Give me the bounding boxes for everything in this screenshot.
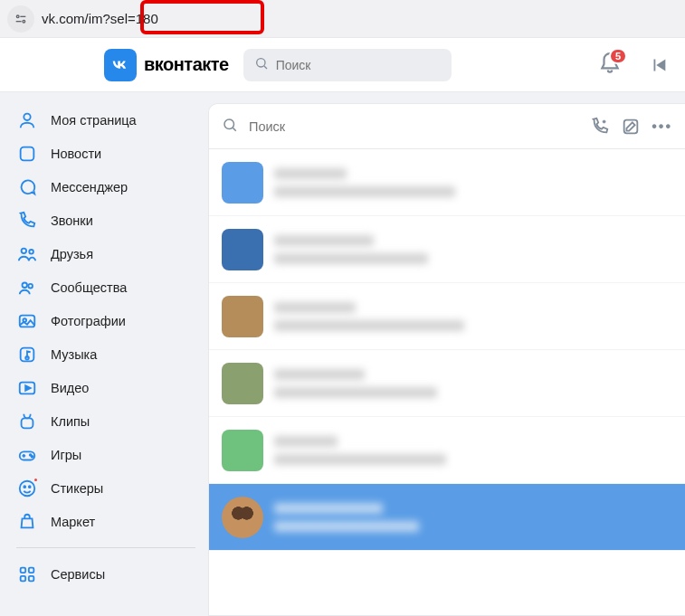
chat-item[interactable]: [209, 417, 685, 484]
avatar: [222, 296, 263, 337]
notifications-button[interactable]: 5: [598, 52, 622, 79]
vk-logo-icon: [104, 49, 137, 81]
sidebar-item-stickers[interactable]: Стикеры: [16, 471, 208, 505]
music-icon: [16, 344, 38, 365]
svg-point-2: [23, 20, 25, 23]
sidebar-item-services[interactable]: Сервисы: [16, 557, 208, 591]
svg-rect-25: [21, 575, 26, 581]
vk-header: вконтакте 5: [0, 38, 685, 92]
svg-point-4: [256, 58, 264, 66]
sidebar-item-photos[interactable]: Фотографии: [16, 304, 208, 337]
sidebar-item-games[interactable]: Игры: [16, 438, 208, 471]
player-prev-icon[interactable]: [649, 55, 669, 75]
sidebar-item-market[interactable]: Маркет: [16, 505, 208, 538]
sidebar-item-label: Фотографии: [51, 314, 126, 328]
market-icon: [16, 511, 38, 533]
im-search-input[interactable]: [249, 119, 579, 134]
sidebar-item-label: Новости: [51, 147, 101, 161]
sidebar-item-clips[interactable]: Клипы: [16, 404, 208, 438]
im-column: •••: [208, 92, 685, 616]
sidebar-separator: [16, 547, 195, 548]
sidebar-item-groups[interactable]: Сообщества: [16, 270, 208, 304]
avatar: [222, 229, 263, 270]
sidebar-item-music[interactable]: Музыка: [16, 337, 208, 371]
sidebar-item-label: Сообщества: [51, 280, 127, 295]
sidebar-item-video[interactable]: Видео: [16, 371, 208, 404]
avatar: [222, 363, 263, 404]
im-search-row: •••: [209, 104, 685, 149]
stickers-new-dot: [33, 477, 39, 483]
sidebar-item-label: Друзья: [51, 247, 93, 261]
site-settings-icon[interactable]: [7, 5, 34, 33]
im-panel: •••: [208, 103, 685, 616]
chat-item[interactable]: [209, 283, 685, 350]
svg-rect-26: [29, 575, 34, 581]
svg-point-11: [28, 283, 33, 288]
vk-brand-text: вконтакте: [144, 54, 229, 75]
sidebar-item-calls[interactable]: Звонки: [16, 204, 208, 237]
sidebar-item-label: Сервисы: [51, 567, 105, 582]
groups-icon: [16, 277, 38, 299]
games-icon: [16, 444, 38, 466]
main-area: Моя страница Новости Мессенджер Звонки Д…: [0, 92, 685, 616]
sidebar-item-label: Моя страница: [51, 113, 137, 128]
chat-item[interactable]: [209, 350, 685, 417]
svg-rect-7: [21, 147, 34, 160]
more-icon[interactable]: •••: [652, 118, 672, 135]
search-icon: [254, 56, 269, 74]
sidebar-item-friends[interactable]: Друзья: [16, 237, 208, 270]
search-icon: [222, 117, 238, 137]
sidebar: Моя страница Новости Мессенджер Звонки Д…: [0, 92, 208, 616]
svg-point-8: [22, 248, 26, 253]
chat-item[interactable]: [209, 216, 685, 283]
svg-point-27: [224, 119, 234, 129]
sidebar-item-label: Клипы: [51, 414, 90, 429]
svg-point-19: [32, 455, 33, 457]
phone-icon: [16, 210, 38, 232]
svg-point-10: [23, 282, 28, 288]
svg-point-21: [24, 486, 25, 488]
new-call-icon[interactable]: [590, 117, 610, 137]
svg-point-20: [20, 480, 35, 496]
sidebar-item-label: Видео: [51, 381, 89, 395]
messenger-icon: [16, 176, 38, 198]
news-icon: [16, 143, 38, 165]
sidebar-item-label: Звонки: [51, 213, 93, 228]
chat-item[interactable]: [209, 149, 685, 216]
address-bar-url[interactable]: vk.com/im?sel=180: [42, 11, 158, 26]
svg-point-0: [16, 15, 19, 18]
sidebar-item-messenger[interactable]: Мессенджер: [16, 170, 208, 204]
services-icon: [16, 564, 38, 585]
chat-item-selected[interactable]: [209, 484, 685, 551]
sidebar-item-label: Стикеры: [51, 481, 103, 496]
video-icon: [16, 377, 38, 399]
browser-address-bar: vk.com/im?sel=180: [0, 0, 685, 38]
svg-point-9: [29, 249, 33, 253]
avatar: [222, 497, 263, 538]
compose-icon[interactable]: [621, 117, 641, 137]
clips-icon: [16, 411, 38, 432]
svg-point-6: [24, 113, 30, 119]
sidebar-item-label: Игры: [51, 448, 81, 462]
stickers-icon: [16, 478, 38, 499]
svg-line-5: [264, 66, 267, 69]
avatar: [222, 430, 263, 471]
vk-logo[interactable]: вконтакте: [104, 49, 229, 81]
svg-rect-23: [21, 567, 26, 573]
svg-rect-16: [22, 418, 33, 428]
sidebar-item-profile[interactable]: Моя страница: [16, 103, 208, 137]
top-search[interactable]: [243, 49, 452, 81]
sidebar-item-label: Музыка: [51, 347, 97, 362]
notifications-badge: 5: [609, 48, 627, 64]
svg-rect-24: [29, 567, 34, 573]
svg-point-22: [29, 486, 31, 488]
sidebar-item-label: Мессенджер: [51, 180, 128, 194]
top-search-input[interactable]: [276, 58, 441, 72]
url-highlight-box: [140, 0, 264, 34]
sidebar-item-label: Маркет: [51, 515, 95, 529]
avatar: [222, 162, 263, 204]
sidebar-item-news[interactable]: Новости: [16, 137, 208, 170]
photos-icon: [16, 310, 38, 332]
profile-icon: [16, 109, 38, 131]
svg-line-28: [233, 128, 235, 130]
